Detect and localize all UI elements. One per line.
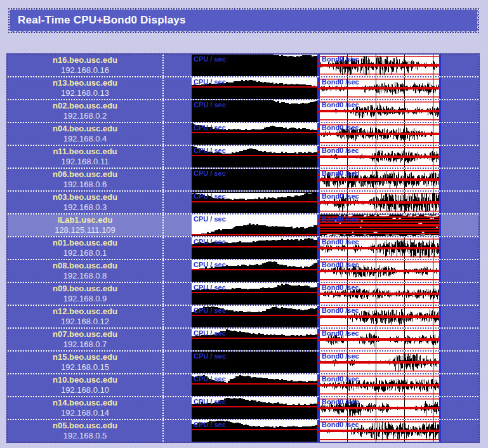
cpu-graph: CPU / sec: [192, 260, 317, 282]
node-ip-address: 192.168.0.1: [8, 248, 162, 258]
row-right-spacer: [441, 397, 478, 419]
bond0-graph: Bond0 /sec: [317, 123, 441, 145]
row-left-spacer: [164, 352, 192, 373]
row-left-spacer: [164, 420, 192, 442]
graph-cursor-marks: [317, 334, 320, 336]
bond0-graph-label: Bond0 /sec: [322, 329, 359, 337]
cpu-graph: CPU / sec: [192, 420, 317, 442]
cpu-graph-label: CPU / sec: [194, 124, 226, 131]
row-right-spacer: [441, 214, 478, 236]
bond0-graph-label: Bond0 /sec: [322, 147, 359, 154]
node-row: n06.beo.usc.edu 192.168.0.6 CPU / sec Bo…: [8, 169, 478, 192]
cpu-graph-label: CPU / sec: [194, 169, 226, 177]
row-right-spacer: [441, 123, 478, 145]
cpu-graph-label: CPU / sec: [194, 398, 226, 405]
cpu-graph: CPU / sec: [192, 55, 317, 76]
cpu-graph-label: CPU / sec: [194, 101, 226, 109]
cpu-graph: CPU / sec: [192, 123, 317, 145]
row-left-spacer: [164, 192, 192, 213]
row-left-spacer: [164, 237, 192, 259]
node-ip-address: 192.168.0.9: [8, 294, 162, 303]
bond0-graph-label: Bond0 /sec: [322, 352, 359, 360]
row-right-spacer: [441, 100, 478, 122]
node-hostname: n05.beo.usc.edu: [8, 421, 162, 431]
graph-cursor-marks: [317, 311, 320, 313]
node-label-cell: n06.beo.usc.edu 192.168.0.6: [8, 169, 164, 190]
graph-cursor-marks: [317, 288, 320, 290]
graph-cursor-marks: [317, 242, 320, 244]
node-label-cell: n10.beo.usc.edu 192.168.0.10: [8, 374, 164, 396]
cpu-graph-label: CPU / sec: [194, 329, 226, 337]
node-row: n13.beo.usc.edu 192.168.0.13 CPU / sec B…: [8, 77, 478, 100]
node-row: n02.beo.usc.edu 192.168.0.2 CPU / sec Bo…: [8, 100, 478, 123]
row-left-spacer: [164, 123, 192, 145]
bond0-graph-label: Bond0 /sec: [322, 124, 359, 131]
node-label-cell: n08.beo.usc.edu 192.168.0.8: [8, 260, 164, 282]
graph-cursor-marks: [317, 151, 320, 153]
node-hostname: n02.beo.usc.edu: [8, 101, 162, 111]
row-left-spacer: [164, 374, 192, 396]
cpu-graph-label: CPU / sec: [194, 421, 226, 428]
node-label-cell: n16.beo.usc.edu 192.168.0.16: [8, 55, 164, 76]
node-ip-address: 192.168.0.10: [8, 385, 162, 395]
graph-cursor-marks: [317, 220, 320, 221]
row-right-spacer: [441, 192, 478, 213]
node-hostname: n04.beo.usc.edu: [8, 124, 162, 134]
bond0-graph: Bond0 /sec: [317, 397, 441, 419]
graph-cursor-marks: [317, 105, 320, 107]
row-left-spacer: [164, 146, 192, 168]
row-left-spacer: [164, 260, 192, 282]
row-left-spacer: [164, 306, 192, 327]
row-left-spacer: [164, 169, 192, 190]
cpu-graph: CPU / sec: [192, 169, 317, 190]
bond0-graph-label: Bond0 /sec: [322, 398, 359, 405]
cpu-graph: CPU / sec: [192, 397, 317, 419]
node-row: n04.beo.usc.edu 192.168.0.4 CPU / sec Bo…: [8, 123, 478, 146]
node-hostname: n13.beo.usc.edu: [8, 78, 162, 88]
bond0-graph: Bond0 /sec: [317, 214, 441, 236]
cpu-graph-label: CPU / sec: [194, 261, 226, 268]
node-row: n14.beo.usc.edu 192.168.0.14 CPU / sec B…: [8, 397, 478, 420]
bond0-graph: Bond0 /sec: [317, 420, 441, 442]
node-row: n01.beo.usc.edu 192.168.0.1 CPU / sec Bo…: [8, 237, 478, 260]
node-row: n11.beo.usc.edu 192.168.0.11 CPU / sec B…: [8, 146, 478, 169]
row-right-spacer: [441, 283, 478, 305]
node-hostname: n09.beo.usc.edu: [8, 284, 162, 294]
node-row: iLab1.usc.edu 128.125.111.109 CPU / sec …: [8, 214, 478, 237]
bond0-graph: Bond0 /sec: [317, 169, 441, 190]
node-ip-address: 192.168.0.3: [8, 202, 162, 212]
row-left-spacer: [164, 100, 192, 122]
node-hostname: n08.beo.usc.edu: [8, 261, 162, 271]
node-ip-address: 192.168.0.11: [8, 157, 162, 166]
row-left-spacer: [164, 55, 192, 76]
cpu-graph-label: CPU / sec: [194, 375, 226, 383]
row-right-spacer: [441, 352, 478, 373]
row-right-spacer: [441, 260, 478, 282]
node-row: n05.beo.usc.edu 192.168.0.5 CPU / sec Bo…: [8, 420, 478, 442]
bond0-graph-label: Bond0 /sec: [322, 215, 359, 223]
cpu-graph: CPU / sec: [192, 146, 317, 168]
cpu-graph: CPU / sec: [192, 214, 317, 236]
node-row: n09.beo.usc.edu 192.168.0.9 CPU / sec Bo…: [8, 283, 478, 306]
bond0-graph-label: Bond0 /sec: [322, 306, 359, 314]
node-ip-address: 192.168.0.4: [8, 134, 162, 143]
title-bar: Real-Time CPU+Bond0 Displays: [8, 8, 479, 33]
node-ip-address: 192.168.0.5: [8, 431, 162, 440]
bond0-graph-label: Bond0 /sec: [322, 284, 359, 291]
graph-cursor-marks: [317, 60, 320, 62]
cpu-graph: CPU / sec: [192, 192, 317, 213]
cpu-graph: CPU / sec: [192, 237, 317, 259]
row-right-spacer: [441, 329, 478, 350]
node-row: n03.beo.usc.edu 192.168.0.3 CPU / sec Bo…: [8, 192, 478, 214]
node-row: n12.beo.usc.edu 192.168.0.12 CPU / sec B…: [8, 306, 478, 329]
node-hostname: n06.beo.usc.edu: [8, 169, 162, 180]
node-hostname: n15.beo.usc.edu: [8, 352, 162, 362]
bond0-graph: Bond0 /sec: [317, 55, 441, 76]
node-label-cell: n05.beo.usc.edu 192.168.0.5: [8, 420, 164, 442]
node-label-cell: n01.beo.usc.edu 192.168.0.1: [8, 237, 164, 259]
cpu-graph: CPU / sec: [192, 352, 317, 373]
node-ip-address: 192.168.0.13: [8, 88, 162, 98]
node-row: n08.beo.usc.edu 192.168.0.8 CPU / sec Bo…: [8, 260, 478, 283]
graph-cursor-marks: [317, 82, 320, 84]
page-title: Real-Time CPU+Bond0 Displays: [18, 14, 186, 26]
